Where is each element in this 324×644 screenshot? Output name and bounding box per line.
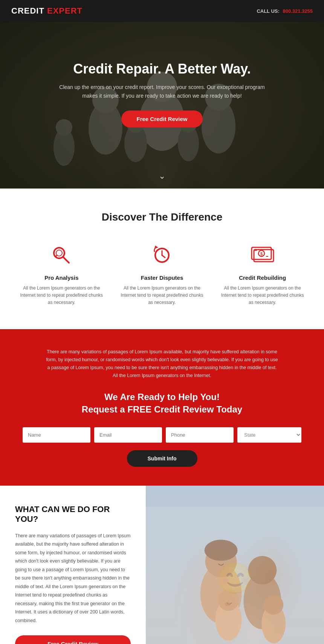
hero-subtitle: Clean up the errors on your credit repor… — [57, 83, 267, 100]
feature-credit-rebuilding-name: Credit Rebuilding — [239, 274, 286, 281]
feature-faster-disputes-desc: All the Lorem Ipsum generators on the In… — [121, 285, 203, 307]
feature-credit-rebuilding-desc: All the Lorem Ipsum generators on the In… — [221, 285, 304, 307]
scroll-down-icon: ⌄ — [159, 171, 165, 181]
svg-line-18 — [162, 255, 165, 258]
svg-point-36 — [225, 602, 231, 606]
split-section: WHAT CAN WE DO FOR YOU? There are many v… — [0, 486, 324, 644]
svg-point-29 — [205, 540, 238, 561]
phone-number: 800.321.3255 — [283, 8, 313, 14]
split-cta-button[interactable]: Free Credit Review — [15, 635, 131, 644]
phone-input[interactable] — [166, 427, 234, 443]
hero-content: Credit Repair. A Better Way. Clean up th… — [34, 61, 290, 127]
svg-text:$: $ — [260, 251, 263, 256]
split-right-image — [146, 486, 324, 644]
svg-line-15 — [55, 255, 57, 257]
svg-point-33 — [218, 590, 239, 611]
hero-title: Credit Repair. A Better Way. — [57, 61, 267, 77]
logo: CREDIT EXPERT — [11, 6, 83, 16]
state-select[interactable]: State AL AK CA TX NY FL — [237, 427, 301, 443]
split-left: WHAT CAN WE DO FOR YOU? There are many v… — [0, 486, 146, 644]
feature-faster-disputes: Faster Disputes All the Lorem Ipsum gene… — [121, 242, 203, 307]
call-us: CALL US: 800.321.3255 — [257, 8, 313, 14]
svg-line-13 — [63, 257, 69, 263]
money-icon: $ — [249, 242, 276, 268]
feature-credit-rebuilding: $ Credit Rebuilding All the Lorem Ipsum … — [221, 242, 304, 307]
feature-pro-analysis: Pro Analysis All the Lorem Ipsum generat… — [20, 242, 103, 307]
svg-point-35 — [264, 595, 283, 615]
logo-credit: CREDIT — [11, 6, 44, 15]
cta-title-line1: We Are Ready to Help You! — [104, 392, 220, 402]
feature-pro-analysis-name: Pro Analysis — [44, 274, 78, 281]
site-header: CREDIT EXPERT CALL US: 800.321.3255 — [0, 0, 324, 22]
call-label: CALL US: — [257, 8, 279, 14]
submit-button[interactable]: Submit Info — [127, 450, 197, 467]
logo-expert: EXPERT — [44, 6, 83, 15]
email-input[interactable] — [94, 427, 162, 443]
split-heading: WHAT CAN WE DO FOR YOU? — [15, 504, 131, 524]
cta-title-line2: Request a FREE Credit Review Today — [82, 404, 242, 414]
split-text: There are many variations of passages of… — [15, 532, 131, 625]
cta-title: We Are Ready to Help You! Request a FREE… — [23, 391, 301, 416]
contact-form-row: State AL AK CA TX NY FL — [23, 427, 301, 443]
feature-faster-disputes-name: Faster Disputes — [141, 274, 183, 281]
cta-lorem-text: There are many variations of passages of… — [45, 348, 279, 380]
feature-pro-analysis-desc: All the Lorem Ipsum generators on the In… — [20, 285, 103, 307]
features-title: Discover The Difference — [15, 211, 309, 223]
svg-point-31 — [248, 556, 277, 584]
clock-refresh-icon — [149, 242, 175, 268]
family-image-decoration — [146, 486, 324, 644]
hero-cta-button[interactable]: Free Credit Review — [121, 110, 202, 127]
search-icon — [48, 242, 75, 268]
features-grid: Pro Analysis All the Lorem Ipsum generat… — [15, 242, 309, 307]
features-section: Discover The Difference Pro Analysis All… — [0, 189, 324, 329]
cta-section: There are many variations of passages of… — [0, 329, 324, 486]
hero-section: Credit Repair. A Better Way. Clean up th… — [0, 0, 324, 189]
svg-marker-19 — [154, 245, 158, 248]
name-input[interactable] — [23, 427, 90, 443]
